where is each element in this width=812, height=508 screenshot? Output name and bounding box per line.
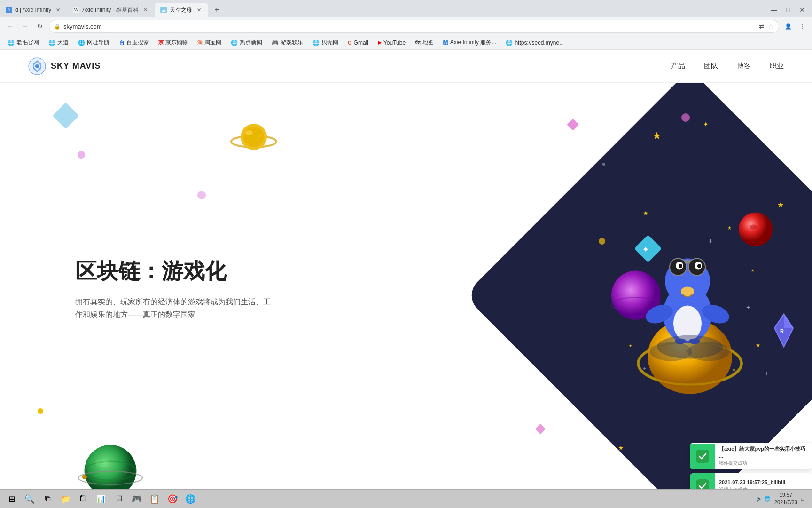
address-text: skymavis.com [63,23,756,30]
deco-star-top-right: ★ [652,130,662,142]
forward-button[interactable]: → [19,20,31,32]
bookmark-youtube[interactable]: ▶ YouTube [374,39,409,47]
svg-text:★: ★ [727,225,732,230]
bookmark-tiandao[interactable]: 🌐 天道 [45,38,72,48]
tab3-title: 天空之母 [170,6,192,14]
task-view[interactable]: ⧉ [39,491,55,507]
svg-text:★: ★ [756,342,761,349]
taskbar: ⊞ 🔍 ⧉ 📁 🗒 📊 🖥 🎮 📋 🎯 🌐 🔈 🌐 19:57 2021/7/2… [0,489,812,508]
svg-rect-55 [696,450,709,463]
bm1-label: 老毛官网 [16,39,39,47]
bookmark-laomao[interactable]: 🌐 老毛官网 [4,38,43,48]
deco-yellow-small-star: ✦ [703,120,709,128]
bm14-favicon: 🌐 [506,40,513,46]
taskbar-date: 2021/7/23 [774,499,797,506]
reload-button[interactable]: ↻ [34,20,46,32]
toast1-icon [690,444,715,469]
tab1-close[interactable]: ✕ [54,6,62,14]
bm8-label: 游戏软乐 [281,39,303,47]
file-explorer-taskbar[interactable]: 📁 [57,491,73,507]
profile-button[interactable]: 👤 [782,20,794,32]
bookmark-axie-service[interactable]: A Axie Infinity 服务... [439,38,500,48]
bookmark-navigation[interactable]: 🌐 网址导航 [74,38,113,48]
search-taskbar[interactable]: 🔍 [22,491,38,507]
toast-1[interactable]: 【axie】给大家pvp的一些实用小技巧 ... 稿件提交成功 [690,443,812,469]
target-taskbar[interactable]: 🎯 [164,491,180,507]
bookmark-jd[interactable]: 京 京东购物 [155,38,192,48]
tab-axie-wiki[interactable]: W Axie Infinity - 维基百科 ✕ [67,3,155,17]
svg-text:R: R [780,328,784,334]
bm3-favicon: 🌐 [78,40,85,46]
tab2-close[interactable]: ✕ [141,6,149,14]
bm11-favicon: ▶ [378,40,382,46]
new-tab-button[interactable]: + [210,3,223,16]
deco-star-bottom: ★ [618,444,624,452]
bm7-label: 热点新闻 [240,39,262,47]
svg-point-40 [697,264,701,268]
svg-rect-41 [685,260,690,264]
bm3-label: 网址导航 [87,39,109,47]
start-button[interactable]: ⊞ [4,491,20,507]
bookmark-taobao[interactable]: 淘 淘宝网 [194,38,225,48]
bookmark-gmail[interactable]: G Gmail [344,39,372,47]
bookmark-game[interactable]: 🎮 游戏软乐 [268,38,307,48]
close-window-button[interactable]: ✕ [796,4,808,16]
nav-careers[interactable]: 职业 [770,62,784,71]
svg-point-54 [687,342,730,361]
deco-yellow-dot-bottom-right [599,238,605,245]
nav-team[interactable]: 团队 [704,62,718,71]
hero-subtitle: 拥有真实的、玩家所有的经济体的游戏将成为我们生活、工作和娱乐的地方——真正的数字… [75,295,273,321]
tab-axie-infinity[interactable]: A d | Axie Infinity ✕ [0,3,67,17]
tab3-favicon: ☁ [160,7,167,13]
address-bar[interactable]: 🔒 skymavis.com ⇄ ☆ [49,20,779,33]
hero-text: 区块链：游戏化 拥有真实的、玩家所有的经济体的游戏将成为我们生活、工作和娱乐的地… [75,257,273,321]
translate-icon[interactable]: ⇄ [759,23,765,30]
svg-text:✦: ✦ [642,246,649,254]
excel-taskbar[interactable]: 📊 [93,491,109,507]
clipboard-taskbar[interactable]: 📋 [147,491,163,507]
monitor-taskbar[interactable]: 🖥 [111,491,127,507]
nav-blog[interactable]: 博客 [737,62,751,71]
bm10-label: Gmail [354,40,368,46]
tab1-title: d | Axie Infinity [15,7,51,13]
bm9-label: 贝壳网 [321,39,338,47]
nav-products[interactable]: 产品 [671,62,685,71]
tab3-close[interactable]: ✕ [195,6,203,14]
deco-yellow-dot [38,408,43,414]
bookmark-star-icon[interactable]: ☆ [767,22,774,31]
notification-center[interactable]: □ [801,496,804,502]
hero-illustration: ★ ★ ★ ★ ★ ★ + + + + + [568,168,812,413]
bookmark-seed[interactable]: 🌐 https://seed.myne... [502,39,568,47]
minimize-button[interactable]: — [768,4,780,16]
logo-icon [28,57,46,75]
taskbar-tray: 🔈 🌐 19:57 2021/7/23 □ [756,492,808,506]
tab-bar: A d | Axie Infinity ✕ W Axie Infinity - … [0,0,812,17]
back-button[interactable]: ← [4,20,16,32]
deco-yellow-saturn [230,120,277,160]
bm5-favicon: 京 [158,39,164,46]
site-nav: SKY MAVIS 产品 团队 博客 职业 [0,50,812,83]
settings-button[interactable]: ⋮ [796,20,808,32]
notepad-taskbar[interactable]: 🗒 [75,491,91,507]
bm13-favicon: A [443,40,448,45]
svg-text:+: + [765,370,768,377]
bookmark-baidu[interactable]: 百 百度搜索 [115,38,153,48]
bm5-label: 京东购物 [165,39,188,47]
svg-point-7 [245,130,253,135]
toast1-body: 【axie】给大家pvp的一些实用小技巧 ... 稿件提交成功 [715,443,812,469]
bookmark-news[interactable]: 🌐 热点新闻 [227,38,266,48]
bm12-label: 地图 [422,39,434,47]
tab2-title: Axie Infinity - 维基百科 [82,6,139,14]
taskbar-time: 19:57 [774,492,797,499]
bookmark-maps[interactable]: 🗺 地图 [411,38,437,48]
site-logo[interactable]: SKY MAVIS [28,57,101,75]
bookmark-beike[interactable]: 🌐 贝壳网 [309,38,342,48]
svg-text:+: + [746,303,750,311]
svg-point-39 [679,264,682,268]
maximize-button[interactable]: □ [782,4,794,16]
game-taskbar[interactable]: 🎮 [129,491,145,507]
chrome-taskbar[interactable]: 🌐 [182,491,198,507]
tab-skymavis[interactable]: ☁ 天空之母 ✕ [155,3,208,17]
taskbar-clock[interactable]: 19:57 2021/7/23 [774,492,797,506]
bm7-favicon: 🌐 [231,40,238,46]
